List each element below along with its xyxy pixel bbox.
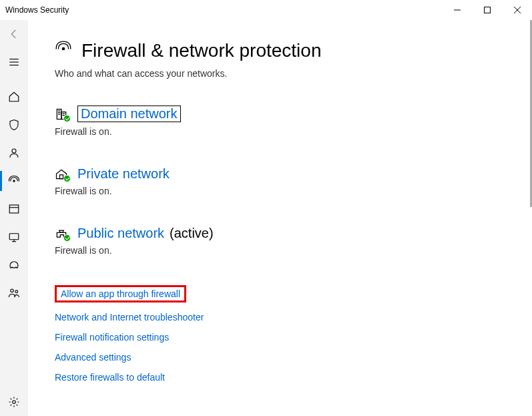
back-button[interactable] (0, 20, 28, 48)
window-title: Windows Security (5, 5, 69, 15)
sidebar-item-settings[interactable] (0, 388, 28, 416)
advanced-link[interactable]: Advanced settings (55, 352, 131, 363)
minimize-button[interactable] (442, 0, 472, 20)
sidebar-item-device-security[interactable] (0, 223, 28, 251)
domain-network-link[interactable]: Domain network (77, 106, 181, 122)
svg-point-8 (13, 180, 15, 182)
troubleshooter-link[interactable]: Network and Internet troubleshooter (55, 312, 204, 323)
page-subtitle: Who and what can access your networks. (55, 68, 505, 79)
check-badge-icon (63, 175, 71, 182)
private-network-section: Private network Firewall is on. (55, 166, 505, 196)
main-content: Firewall & network protection Who and wh… (28, 20, 532, 416)
public-network-section: Public network (active) Firewall is on. (55, 226, 505, 256)
sidebar (0, 20, 28, 416)
sidebar-item-account[interactable] (0, 139, 28, 167)
svg-point-16 (13, 401, 16, 404)
check-badge-icon (63, 115, 71, 122)
titlebar: Windows Security (0, 0, 532, 20)
svg-rect-9 (9, 205, 19, 213)
sidebar-item-home[interactable] (0, 83, 28, 111)
sidebar-item-firewall[interactable] (0, 167, 28, 195)
maximize-button[interactable] (472, 0, 502, 20)
sidebar-item-family[interactable] (0, 279, 28, 307)
menu-button[interactable] (0, 48, 28, 76)
sidebar-item-virus[interactable] (0, 111, 28, 139)
svg-point-17 (62, 47, 64, 49)
public-network-link[interactable]: Public network (77, 226, 164, 241)
allow-app-link[interactable]: Allow an app through firewall (61, 288, 180, 299)
svg-point-14 (11, 289, 14, 292)
notifications-link[interactable]: Firewall notification settings (55, 332, 169, 343)
svg-rect-1 (484, 7, 490, 13)
firewall-icon (55, 40, 72, 61)
domain-network-section: Domain network Firewall is on. (55, 106, 505, 137)
public-network-icon (55, 227, 68, 240)
private-network-link[interactable]: Private network (77, 166, 170, 182)
highlight-box: Allow an app through firewall (55, 285, 186, 302)
private-network-status: Firewall is on. (55, 186, 505, 196)
sidebar-item-device-performance[interactable] (0, 251, 28, 279)
page-title: Firewall & network protection (81, 40, 321, 61)
svg-rect-11 (9, 234, 19, 240)
restore-link[interactable]: Restore firewalls to default (55, 372, 165, 383)
domain-network-icon (55, 108, 68, 121)
close-button[interactable] (502, 0, 532, 20)
svg-point-7 (12, 149, 16, 153)
public-network-active-tag: (active) (170, 226, 214, 241)
private-network-icon (55, 168, 68, 181)
check-badge-icon (63, 234, 71, 242)
domain-network-status: Firewall is on. (55, 126, 505, 137)
firewall-links: Allow an app through firewall Network an… (55, 285, 505, 383)
svg-rect-25 (60, 174, 63, 178)
public-network-status: Firewall is on. (55, 245, 505, 256)
sidebar-item-app-browser[interactable] (0, 195, 28, 223)
svg-point-15 (15, 290, 18, 293)
